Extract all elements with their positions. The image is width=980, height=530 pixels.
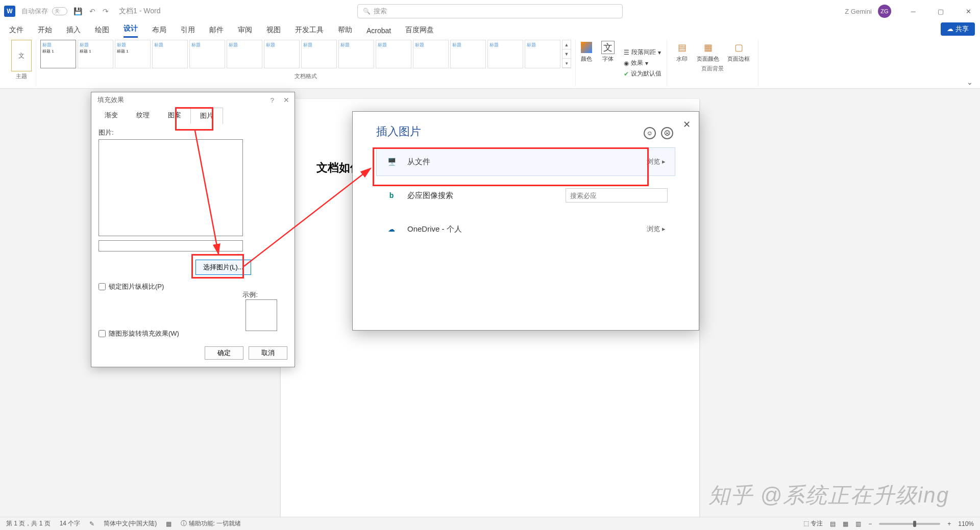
from-file-label: 从文件 [407,157,430,167]
tab-layout[interactable]: 布局 [152,26,166,38]
feedback-frown-icon[interactable]: ☹ [661,127,673,139]
autosave-toggle[interactable]: 关 [52,7,67,15]
accessibility-status[interactable]: ⓘ 辅助功能: 一切就绪 [181,519,241,528]
tab-file[interactable]: 文件 [9,26,23,38]
fill-dialog-tabs: 渐变 纹理 图案 图片 [91,108,295,124]
word-count[interactable]: 14 个字 [60,519,81,528]
tab-pattern[interactable]: 图案 [159,108,190,124]
tab-draw[interactable]: 绘图 [95,26,109,38]
tab-baidu[interactable]: 百度网盘 [405,26,434,38]
tab-home[interactable]: 开始 [38,26,52,38]
text-predictions-icon[interactable]: ✎ [89,520,94,527]
style-thumb[interactable]: 标题 [376,40,411,68]
style-thumb[interactable]: 标题 [264,40,300,68]
gallery-nav[interactable]: ▲▼▾ [562,40,571,68]
zoom-out-icon[interactable]: − [868,520,872,527]
style-thumb[interactable]: 标题 [189,40,225,68]
cancel-button[interactable]: 取消 [249,346,287,360]
picture-label: 图片: [99,128,287,137]
browse-link[interactable]: 浏览 ▸ [647,224,666,234]
bing-search-input[interactable] [566,188,668,203]
zoom-in-icon[interactable]: + [947,520,951,527]
dialog-title: 填充效果 [97,95,124,105]
view-web-layout-icon[interactable]: ▥ [855,520,861,527]
onedrive-option[interactable]: ☁ OneDrive - 个人 浏览 ▸ [376,215,675,243]
select-picture-button[interactable]: 选择图片(L)... [195,260,251,275]
feedback-smile-icon[interactable]: ☺ [644,127,656,139]
style-thumb[interactable]: 标题 [227,40,262,68]
collapse-ribbon-icon[interactable]: ⌄ [967,78,973,86]
style-thumb[interactable]: 标题标题 1 [40,40,76,68]
status-bar: 第 1 页，共 1 页 14 个字 ✎ 简体中文(中国大陆) ▦ ⓘ 辅助功能:… [0,517,980,530]
maximize-button[interactable]: ▢ [929,0,952,22]
macros-icon[interactable]: ▦ [166,520,172,527]
themes-button[interactable]: 文 [11,40,32,71]
style-thumb[interactable]: 标题 [487,40,523,68]
zoom-slider[interactable] [879,523,940,525]
tab-gradient[interactable]: 渐变 [95,108,127,124]
tab-insert[interactable]: 插入 [66,26,81,38]
redo-icon[interactable]: ↷ [103,7,109,15]
help-icon[interactable]: ? [271,96,274,104]
effects-button[interactable]: ◉ 效果 ▾ [624,59,662,67]
style-thumb[interactable]: 标题 [413,40,449,68]
watermark-button[interactable]: ▤水印 [671,40,693,64]
tab-acrobat[interactable]: Acrobat [366,27,391,38]
tab-design[interactable]: 设计 [124,24,138,38]
view-read-mode-icon[interactable]: ▦ [843,520,848,527]
from-file-option[interactable]: 🖥️ 从文件 浏览 ▸ [376,147,675,176]
tab-review[interactable]: 审阅 [238,26,252,38]
colors-button[interactable]: 颜色 [576,40,597,86]
ribbon: 文 主题 标题标题 1 标题标题 1 标题标题 1 标题 标题 标题 标题 标题… [0,38,980,89]
tab-help[interactable]: 帮助 [338,26,352,38]
close-button[interactable]: ✕ [957,0,980,22]
style-thumb[interactable]: 标题标题 1 [115,40,151,68]
lock-aspect-checkbox[interactable]: 锁定图片纵横比(P) [99,282,287,291]
fonts-button[interactable]: 文字体 [597,40,619,86]
save-icon[interactable]: 💾 [74,7,82,15]
page-border-button[interactable]: ▢页面边框 [723,40,754,64]
dialog-title: 插入图片 [376,124,675,139]
tab-references[interactable]: 引用 [181,26,195,38]
language-status[interactable]: 简体中文(中国大陆) [104,519,157,528]
tab-developer[interactable]: 开发工具 [295,26,324,38]
tab-texture[interactable]: 纹理 [127,108,159,124]
fill-effects-dialog: 填充效果 ? ✕ 渐变 纹理 图案 图片 图片: 选择图片(L)... 锁定图片… [91,92,295,367]
view-print-layout-icon[interactable]: ▤ [830,520,836,527]
themes-group: 文 主题 [7,40,36,86]
rotate-fill-checkbox[interactable]: 随图形旋转填充效果(W) [99,329,179,338]
style-thumb[interactable]: 标题标题 1 [78,40,113,68]
picture-path-input[interactable] [99,240,243,251]
document-title: 文档1 - Word [119,7,160,16]
style-thumb[interactable]: 标题 [450,40,486,68]
bing-label: 必应图像搜索 [407,191,453,200]
style-thumb[interactable]: 标题 [525,40,560,68]
style-thumb[interactable]: 标题 [338,40,374,68]
tab-view[interactable]: 视图 [266,26,281,38]
user-avatar[interactable]: ZG [878,5,891,18]
share-button[interactable]: ☁ 共享 [941,22,975,36]
undo-icon[interactable]: ↶ [89,7,95,15]
tab-picture[interactable]: 图片 [190,108,223,124]
bing-search-option[interactable]: b 必应图像搜索 [376,181,675,210]
page-status[interactable]: 第 1 页，共 1 页 [6,519,51,528]
style-thumb[interactable]: 标题 [301,40,337,68]
page-color-button[interactable]: ▦页面颜色 [693,40,723,64]
bing-icon: b [385,189,398,202]
close-icon[interactable]: ✕ [683,119,691,130]
insert-picture-dialog: ✕ 插入图片 ☺ ☹ 🖥️ 从文件 浏览 ▸ b 必应图像搜索 ☁ OneDri… [352,111,699,331]
user-name[interactable]: Z Gemini [845,8,872,15]
title-bar: W 自动保存 关 💾 ↶ ↷ 文档1 - Word 搜索 Z Gemini ZG… [0,0,980,22]
search-input[interactable]: 搜索 [357,4,623,18]
focus-mode[interactable]: ⬚ 专注 [803,519,823,528]
close-icon[interactable]: ✕ [283,96,289,104]
minimize-button[interactable]: ─ [901,0,925,22]
tab-mailings[interactable]: 邮件 [209,26,224,38]
para-spacing-button[interactable]: ☰ 段落间距 ▾ [624,48,662,57]
style-thumb[interactable]: 标题 [152,40,188,68]
zoom-level[interactable]: 110% [958,520,974,527]
ok-button[interactable]: 确定 [205,346,243,360]
set-default-button[interactable]: ✔ 设为默认值 [624,69,662,78]
browse-link[interactable]: 浏览 ▸ [647,157,666,166]
style-gallery: 标题标题 1 标题标题 1 标题标题 1 标题 标题 标题 标题 标题 标题 标… [40,40,571,71]
